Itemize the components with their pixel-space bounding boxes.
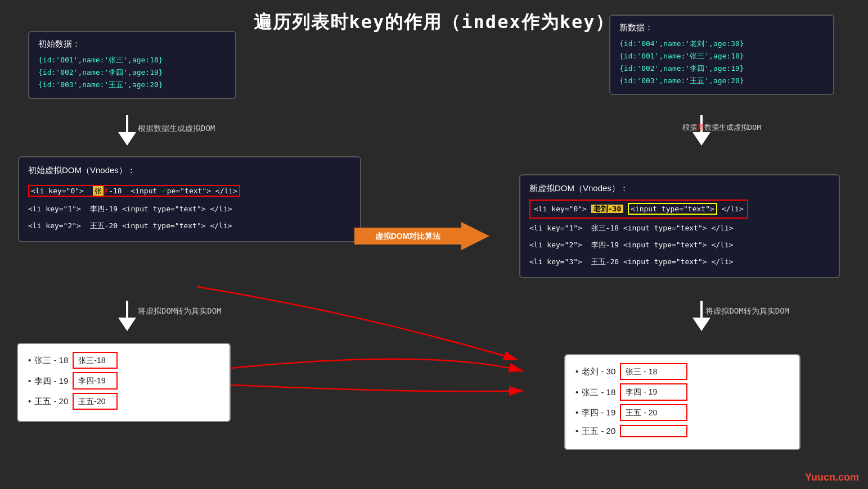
new-vdom-line-0: <li key="0"> 老刘-30 <input type="text"> <… — [529, 200, 830, 219]
right-dom-input-0[interactable]: 张三 - 18 — [620, 363, 687, 380]
right-dom-input-2[interactable]: 王五 - 20 — [620, 404, 687, 421]
vdom-line-2: <li key="2"> 王五-20 <input type="text"> <… — [28, 219, 351, 233]
left-dom-input-1[interactable]: 李四-19 — [73, 372, 118, 389]
right-dom-input-3[interactable] — [620, 425, 687, 437]
vdom-line-0: <li key="0"> 张✗-18 <input ✓pe="text"> </… — [28, 182, 351, 200]
initial-data-line-2: {id:'002',name:'李四',age:19} — [38, 66, 226, 79]
right-dom-item-2: • 李四 - 19 王五 - 20 — [575, 404, 789, 421]
initial-data-line-3: {id:'003',name:'王五',age:20} — [38, 79, 226, 91]
left-dom-label-2: 王五 - 20 — [34, 395, 68, 408]
new-data-line-2: {id:'001',name:'张三',age:18} — [619, 50, 824, 62]
new-vdom-line-3: <li key="3"> 王五-20 <input type="text"> <… — [529, 255, 830, 269]
initial-data-line-1: {id:'001',name:'张三',age:18} — [38, 54, 226, 66]
left-bottom-arrow-label: 将虚拟DOM转为真实DOM — [138, 306, 222, 316]
new-data-title: 新数据： — [619, 22, 824, 33]
initial-data-title: 初始数据： — [38, 39, 226, 49]
initial-vdom-title: 初始虚拟DOM（Vnodes）： — [28, 165, 351, 176]
new-vdom-line-2: <li key="2"> 李四-19 <input type="text"> <… — [529, 238, 830, 252]
new-vdom-line-1: <li key="1"> 张三-18 <input type="text"> <… — [529, 221, 830, 236]
right-dom-label-3: 王五 - 20 — [582, 424, 615, 438]
input-type-text: text — [688, 205, 705, 213]
right-bottom-arrow-label: 将虚拟DOM转为真实DOM — [705, 306, 789, 316]
left-dom-label-1: 李四 - 19 — [34, 374, 68, 388]
right-top-arrow-label: 根据新数据生成虚拟DOM — [682, 123, 761, 133]
right-dom-item-3: • 王五 - 20 — [575, 424, 789, 438]
right-dom-item-1: • 张三 - 18 李四 - 19 — [575, 383, 789, 400]
new-vdom-title: 新虚拟DOM（Vnodes）： — [529, 183, 830, 194]
right-dom-label-0: 老刘 - 30 — [582, 365, 615, 378]
right-dom-label-2: 李四 - 19 — [582, 406, 615, 419]
right-dom-input-1[interactable]: 李四 - 19 — [620, 383, 687, 400]
right-real-dom-box: • 老刘 - 30 张三 - 18 • 张三 - 18 李四 - 19 • 李四… — [564, 354, 800, 450]
new-vdom-box: 新虚拟DOM（Vnodes）： <li key="0"> 老刘-30 <inpu… — [519, 174, 840, 278]
new-data-line-4: {id:'003',name:'王五',age:20} — [619, 75, 824, 87]
left-real-dom-box: • 张三 - 18 张三-18 • 李四 - 19 李四-19 • 王五 - 2… — [17, 343, 231, 422]
vdom-line-1: <li key="1"> 李四-19 <input type="text"> <… — [28, 202, 351, 216]
new-data-line-1: {id:'004',name:'老刘',age:30} — [619, 38, 824, 50]
initial-vdom-box: 初始虚拟DOM（Vnodes）： <li key="0"> 张✗-18 <inp… — [18, 156, 361, 242]
watermark: Yuucn.com — [805, 472, 859, 483]
new-data-box: 新数据： {id:'004',name:'老刘',age:30} {id:'00… — [609, 15, 834, 95]
left-dom-item-2: • 王五 - 20 王五-20 — [28, 393, 219, 410]
left-dom-input-0[interactable]: 张三-18 — [73, 352, 118, 369]
right-dom-item-0: • 老刘 - 30 张三 - 18 — [575, 363, 789, 380]
right-dom-label-1: 张三 - 18 — [582, 386, 615, 399]
initial-data-box: 初始数据： {id:'001',name:'张三',age:18} {id:'0… — [28, 31, 236, 99]
left-top-arrow-label: 根据数据生成虚拟DOM — [138, 124, 215, 134]
left-dom-item-0: • 张三 - 18 张三-18 — [28, 352, 219, 369]
left-dom-input-2[interactable]: 王五-20 — [73, 393, 118, 410]
svg-text:虚拟DOM对比算法: 虚拟DOM对比算法 — [375, 232, 442, 241]
diff-algorithm-arrow: 虚拟DOM对比算法 — [354, 219, 489, 253]
new-data-line-3: {id:'002',name:'李四',age:19} — [619, 62, 824, 75]
left-dom-label-0: 张三 - 18 — [34, 354, 68, 367]
left-dom-item-1: • 李四 - 19 李四-19 — [28, 372, 219, 389]
